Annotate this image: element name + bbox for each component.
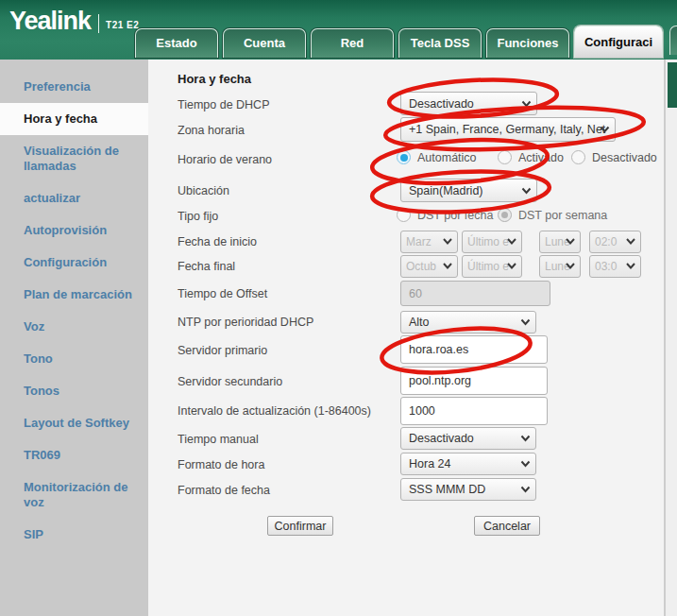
chevron-down-icon bbox=[566, 263, 575, 269]
chevron-down-icon bbox=[626, 238, 635, 245]
yealink-logo: Yealink T21 E2 bbox=[9, 7, 139, 36]
label-servidor-primario: Servidor primario bbox=[178, 343, 267, 358]
sidebar-item-visualizacion-de-llamadas[interactable]: Visualización de llamadas bbox=[0, 135, 148, 182]
end-week-value: Último e bbox=[467, 260, 509, 273]
dst-option-activado-label: Activado bbox=[518, 151, 564, 164]
sidebar-item-tonos[interactable]: Tonos bbox=[0, 375, 148, 407]
manual-time-select[interactable]: Desactivado bbox=[400, 427, 536, 450]
radio-selected-icon[interactable] bbox=[397, 150, 411, 164]
logo-divider bbox=[98, 14, 99, 33]
dhcp-time-select[interactable]: Desactivado bbox=[400, 92, 537, 115]
sidebar-menu: Preferencia Hora y fecha Visualización d… bbox=[0, 60, 148, 551]
end-month-select[interactable]: Octub bbox=[400, 255, 458, 278]
chevron-down-icon bbox=[520, 460, 531, 468]
chevron-down-icon bbox=[521, 187, 532, 195]
note-panel-edge bbox=[664, 60, 677, 616]
start-week-select[interactable]: Último e bbox=[462, 231, 522, 253]
end-day-select[interactable]: Lune bbox=[539, 255, 581, 278]
tab-funciones[interactable]: Funciones bbox=[486, 28, 569, 58]
start-time-select[interactable]: 02:0 bbox=[589, 231, 641, 253]
tab-configuracion[interactable]: Configuraci bbox=[574, 26, 663, 58]
radio-icon[interactable] bbox=[498, 150, 512, 164]
fixed-type-semana-label: DST por semana bbox=[518, 209, 607, 222]
secondary-server-input[interactable] bbox=[400, 367, 548, 395]
label-servidor-secundario: Servidor secundario bbox=[178, 374, 282, 389]
end-week-select[interactable]: Último e bbox=[462, 255, 522, 278]
sidebar-item-preferencia[interactable]: Preferencia bbox=[0, 71, 148, 103]
brand-text: Yealink bbox=[9, 7, 91, 36]
time-zone-value: +1 Spain, France, Germany, Italy, Net bbox=[409, 123, 605, 136]
sidebar: Preferencia Hora y fecha Visualización d… bbox=[0, 60, 148, 616]
manual-time-value: Desactivado bbox=[409, 432, 474, 445]
chevron-down-icon bbox=[566, 238, 575, 245]
label-ubicacion: Ubicación bbox=[178, 183, 229, 198]
dst-option-activado[interactable]: Activado bbox=[498, 150, 564, 164]
start-month-select[interactable]: Marz bbox=[400, 231, 458, 253]
sidebar-item-hora-y-fecha[interactable]: Hora y fecha bbox=[0, 103, 148, 135]
radio-icon[interactable] bbox=[397, 208, 411, 222]
chevron-down-icon bbox=[626, 263, 635, 269]
radio-selected-disabled-icon[interactable] bbox=[498, 208, 512, 222]
label-zona-horaria: Zona horaria bbox=[178, 123, 245, 138]
chevron-down-icon bbox=[443, 238, 452, 245]
chevron-down-icon bbox=[507, 263, 516, 269]
date-format-select[interactable]: SSS MMM DD bbox=[400, 478, 536, 501]
fixed-type-fecha-label: DST por fecha bbox=[417, 209, 493, 222]
end-month-value: Octub bbox=[406, 260, 436, 273]
dst-option-desactivado-label: Desactivado bbox=[592, 151, 657, 164]
yealink-config-page: Yealink T21 E2 Estado Cuenta Red Tecla D… bbox=[0, 0, 677, 616]
date-format-value: SSS MMM DD bbox=[409, 483, 485, 496]
ntp-priority-select[interactable]: Alto bbox=[400, 311, 536, 334]
tab-tecla-dss[interactable]: Tecla DSS bbox=[398, 28, 482, 58]
label-formato-hora: Formato de hora bbox=[178, 457, 264, 472]
time-format-select[interactable]: Hora 24 bbox=[400, 453, 536, 475]
chevron-down-icon bbox=[520, 318, 531, 326]
ntp-priority-value: Alto bbox=[409, 316, 430, 329]
tab-cuenta[interactable]: Cuenta bbox=[223, 28, 306, 58]
label-tiempo-offset: Tiempo de Offset bbox=[178, 286, 267, 301]
start-time-value: 02:0 bbox=[595, 235, 617, 248]
start-month-value: Marz bbox=[406, 235, 432, 248]
label-intervalo-actualizacion: Intervalo de actualización (1-86400s) bbox=[178, 403, 371, 419]
fixed-type-option-semana[interactable]: DST por semana bbox=[498, 208, 607, 222]
dhcp-time-value: Desactivado bbox=[409, 97, 474, 111]
sidebar-item-actualizar[interactable]: actualizar bbox=[0, 182, 148, 214]
cancel-button[interactable]: Cancelar bbox=[474, 516, 540, 536]
tab-estado[interactable]: Estado bbox=[135, 28, 218, 58]
sidebar-item-tr069[interactable]: TR069 bbox=[0, 439, 148, 471]
start-day-select[interactable]: Lune bbox=[539, 231, 581, 253]
label-horario-verano: Horario de verano bbox=[178, 152, 272, 167]
label-fecha-inicio: Fecha de inicio bbox=[178, 234, 257, 249]
note-panel-header-edge bbox=[668, 62, 677, 108]
sidebar-item-autoprovision[interactable]: Autoprovisión bbox=[0, 214, 148, 247]
chevron-down-icon bbox=[443, 263, 452, 269]
radio-icon[interactable] bbox=[571, 150, 585, 164]
primary-server-input[interactable] bbox=[400, 335, 548, 364]
sidebar-item-monitorizacion-de-voz[interactable]: Monitorización de voz bbox=[0, 471, 148, 519]
label-tiempo-manual: Tiempo manual bbox=[178, 432, 259, 447]
chevron-down-icon bbox=[520, 435, 531, 442]
chevron-down-icon bbox=[600, 126, 610, 133]
sidebar-item-sip[interactable]: SIP bbox=[0, 519, 148, 551]
chevron-down-icon bbox=[521, 100, 532, 108]
start-week-value: Último e bbox=[467, 235, 509, 248]
end-time-select[interactable]: 03:0 bbox=[589, 255, 641, 278]
header-bar: Yealink T21 E2 Estado Cuenta Red Tecla D… bbox=[0, 0, 677, 60]
sidebar-item-plan-de-marcacion[interactable]: Plan de marcación bbox=[0, 279, 148, 311]
sidebar-item-layout-de-softkey[interactable]: Layout de Softkey bbox=[0, 407, 148, 439]
page-title: Hora y fecha bbox=[178, 72, 251, 86]
dst-option-automatico[interactable]: Automático bbox=[397, 150, 477, 164]
dst-option-desactivado[interactable]: Desactivado bbox=[571, 150, 657, 164]
sidebar-item-voz[interactable]: Voz bbox=[0, 311, 148, 343]
location-value: Spain(Madrid) bbox=[409, 184, 483, 197]
time-zone-select[interactable]: +1 Spain, France, Germany, Italy, Net bbox=[400, 117, 616, 142]
tab-partial-next[interactable] bbox=[669, 26, 677, 55]
sidebar-item-configuracion[interactable]: Configuración bbox=[0, 247, 148, 279]
update-interval-input[interactable] bbox=[400, 397, 548, 425]
offset-input bbox=[400, 281, 550, 306]
sidebar-item-tono[interactable]: Tono bbox=[0, 343, 148, 375]
confirm-button[interactable]: Confirmar bbox=[267, 516, 333, 536]
tab-red[interactable]: Red bbox=[311, 28, 394, 58]
location-select[interactable]: Spain(Madrid) bbox=[400, 179, 537, 202]
fixed-type-option-fecha[interactable]: DST por fecha bbox=[397, 208, 493, 222]
